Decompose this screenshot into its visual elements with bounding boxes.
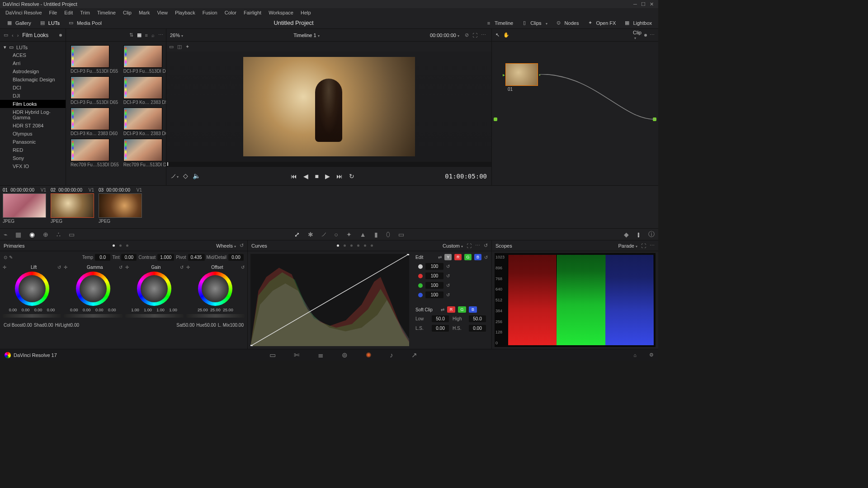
wheel-reset-icon[interactable]: ↺ <box>180 265 184 270</box>
wheel-picker-icon[interactable]: ✛ <box>3 265 6 270</box>
master-wheel[interactable] <box>186 314 245 318</box>
curves-mode-dropdown[interactable]: Custom <box>443 243 463 249</box>
node-01[interactable]: 01 <box>505 63 538 86</box>
intensity-g-dot[interactable] <box>418 283 423 288</box>
blur-icon[interactable]: ▮ <box>374 231 378 238</box>
master-wheel[interactable] <box>64 314 122 318</box>
keyframes-icon[interactable]: ◆ <box>624 231 629 238</box>
sizing-icon[interactable]: ▭ <box>398 231 404 238</box>
primaries-mode-dropdown[interactable]: Wheels <box>216 243 236 249</box>
intensity-y-value[interactable]: 100 <box>425 263 443 270</box>
nav-back-icon[interactable]: ‹ <box>12 33 14 38</box>
split-icon[interactable]: ◫ <box>177 44 182 50</box>
clip-thumb-02[interactable]: 0200:00:00:00V1JPEG <box>51 188 94 226</box>
image-wipe-icon[interactable]: ▭ <box>169 44 174 50</box>
intensity-y-reset[interactable]: ↺ <box>446 264 450 269</box>
menu-view[interactable]: View <box>153 10 171 15</box>
menu-clip[interactable]: Clip <box>119 10 135 15</box>
list-view-icon[interactable]: ≡ <box>145 33 148 38</box>
intensity-b-reset[interactable]: ↺ <box>446 292 450 297</box>
lut-category-film-looks[interactable]: Film Looks <box>0 100 66 108</box>
viewer-more-icon[interactable]: ⋯ <box>481 32 486 38</box>
intensity-r-value[interactable]: 100 <box>425 272 443 279</box>
ls-value[interactable]: 0.00 <box>432 325 449 332</box>
camera-raw-icon[interactable]: ⌁ <box>4 231 7 238</box>
close-button[interactable]: ✕ <box>647 1 656 7</box>
sort-icon[interactable]: ⇅ <box>129 32 133 38</box>
lut-category-arri[interactable]: Arri <box>0 59 66 67</box>
key-icon[interactable]: ⬯ <box>386 230 390 238</box>
warper-icon[interactable]: ✱ <box>308 231 313 238</box>
scopes-more-icon[interactable]: ⋯ <box>650 243 655 249</box>
motion-effects-icon[interactable]: ▭ <box>69 231 75 238</box>
lut-thumb[interactable]: DCI-P3 Ko… 2383 D65 <box>123 108 166 136</box>
menu-fusion[interactable]: Fusion <box>199 10 221 15</box>
lut-thumb[interactable]: DCI-P3 Fu…513DI D60 <box>123 45 166 74</box>
home-icon[interactable]: ⌂ <box>633 352 637 358</box>
tracker-icon[interactable]: ✦ <box>346 231 352 238</box>
lut-thumb[interactable]: DCI-P3 Ko… 2383 D60 <box>71 108 119 136</box>
clip-thumb-01[interactable]: 0100:00:00:00V1JPEG <box>3 188 46 226</box>
nav-fwd-icon[interactable]: › <box>17 33 19 38</box>
menu-fairlight[interactable]: Fairlight <box>240 10 265 15</box>
page-edit-icon[interactable]: ≣ <box>318 351 324 359</box>
channel-y-button[interactable]: Y <box>444 254 452 260</box>
lut-category-vfx-io[interactable]: VFX IO <box>0 162 66 170</box>
wheel-picker-icon[interactable]: ✛ <box>125 265 129 270</box>
lut-category-astrodesign[interactable]: Astrodesign <box>0 67 66 75</box>
curves-expand-icon[interactable]: ⛶ <box>467 243 472 249</box>
bypass-icon[interactable]: ⊘ <box>465 32 469 38</box>
page-deliver-icon[interactable]: ↗ <box>411 351 417 359</box>
viewer-image[interactable] <box>243 57 415 156</box>
pivot-value[interactable]: 0.435 <box>188 254 205 261</box>
wheel-picker-icon[interactable]: ✛ <box>186 265 190 270</box>
temp-value[interactable]: 0.0 <box>95 254 110 261</box>
node-scope-dropdown[interactable]: Clip <box>633 30 642 40</box>
wheel-reset-icon[interactable]: ↺ <box>241 265 245 270</box>
wheel-reset-icon[interactable]: ↺ <box>119 265 123 270</box>
menu-playback[interactable]: Playback <box>171 10 199 15</box>
hand-tool-icon[interactable]: ✋ <box>503 32 509 38</box>
lut-thumb[interactable]: DCI-P3 Ko… 2383 D55 <box>123 76 166 105</box>
lut-category-panasonic[interactable]: Panasonic <box>0 138 66 146</box>
node-more-icon[interactable]: ⋯ <box>650 32 655 38</box>
wheel-picker-icon[interactable]: ✛ <box>64 265 67 270</box>
scopes-expand-icon[interactable]: ⛶ <box>641 243 646 249</box>
page-color-icon[interactable]: ✺ <box>366 351 372 359</box>
lut-category-red[interactable]: RED <box>0 146 66 154</box>
info-icon[interactable]: ⓘ <box>648 230 655 239</box>
curve-reset-icon[interactable]: ↺ <box>484 255 488 260</box>
openfx-button[interactable]: ✦Open FX <box>584 20 618 26</box>
timeline-button[interactable]: ≡Timeline <box>483 20 516 26</box>
softclip-b-button[interactable]: B <box>469 306 477 313</box>
intensity-g-reset[interactable]: ↺ <box>446 283 450 288</box>
page-fairlight-icon[interactable]: ♪ <box>390 351 393 359</box>
curves-icon[interactable]: ⤢ <box>294 231 300 238</box>
lut-category-dji[interactable]: DJI <box>0 92 66 100</box>
color-wheel[interactable] <box>198 272 232 306</box>
pointer-tool-icon[interactable]: ↖ <box>495 32 500 38</box>
rgb-mixer-icon[interactable]: ∴ <box>57 231 61 238</box>
menu-file[interactable]: File <box>46 10 61 15</box>
more-icon[interactable]: ⋯ <box>158 32 163 38</box>
sat-value[interactable]: 50.00 <box>183 323 194 328</box>
intensity-b-dot[interactable] <box>418 293 423 297</box>
picker-2-icon[interactable]: ✎ <box>9 255 13 260</box>
luts-button[interactable]: ▤LUTs <box>37 20 62 26</box>
loop-button[interactable]: ↻ <box>349 173 354 180</box>
menu-mark[interactable]: Mark <box>135 10 153 15</box>
softclip-link-icon[interactable]: ⇄ <box>441 307 444 312</box>
lut-category-dci[interactable]: DCI <box>0 84 66 92</box>
magic-mask-icon[interactable]: ▲ <box>360 231 366 238</box>
picker-1-icon[interactable]: ⊙ <box>4 255 7 260</box>
low-value[interactable]: 50.0 <box>432 315 449 322</box>
stop-button[interactable]: ■ <box>315 173 318 180</box>
mid-value[interactable]: 0.00 <box>228 254 244 261</box>
menu-trim[interactable]: Trim <box>76 10 94 15</box>
window-icon[interactable]: ○ <box>334 231 338 238</box>
intensity-b-value[interactable]: 100 <box>425 291 443 298</box>
scopes-mode-dropdown[interactable]: Parade <box>618 243 637 249</box>
color-wheel[interactable] <box>137 272 171 306</box>
grid-view-icon[interactable]: ▦ <box>137 32 142 38</box>
node-input-icon[interactable]: ▸ <box>503 72 505 77</box>
